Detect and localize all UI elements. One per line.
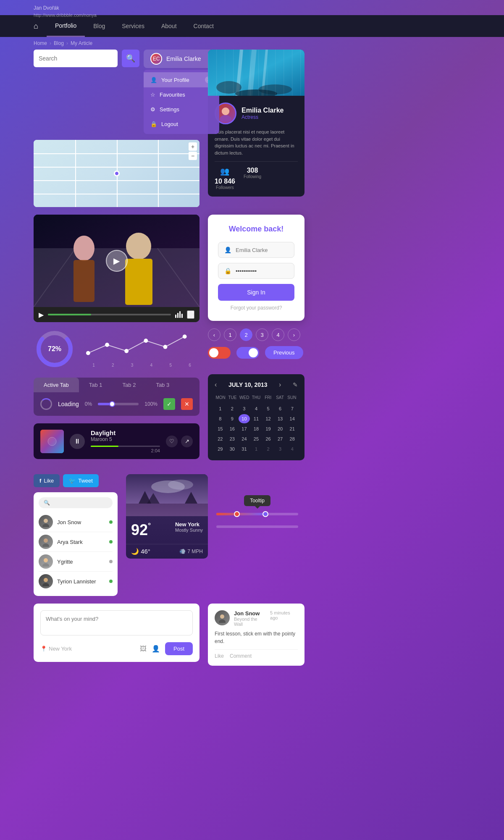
slider-2[interactable] [216,525,298,528]
cal-cell-5[interactable]: 6 [275,404,286,413]
toggle-on[interactable] [236,347,259,359]
music-heart-button[interactable]: ♡ [166,436,178,447]
cal-cell-0[interactable]: 1 [215,404,226,413]
cal-cell-28[interactable]: 29 [215,444,226,454]
cal-cell-11[interactable]: 12 [262,414,274,423]
cal-cell-24[interactable]: 25 [251,434,262,444]
username-input[interactable] [236,247,288,253]
forgot-password-link[interactable]: Forgot your password? [218,305,294,311]
cal-cell-23[interactable]: 24 [239,434,250,444]
slider-thumb-right[interactable] [262,511,268,517]
nav-about[interactable]: About [153,15,185,37]
page-btn-4[interactable]: 4 [272,328,284,341]
page-btn-3[interactable]: 3 [256,328,268,341]
music-progress-bar[interactable] [91,446,160,447]
previous-button[interactable]: Previous [265,346,303,359]
cal-cell-12[interactable]: 13 [275,414,286,423]
svg-point-4 [216,81,242,94]
cal-cell-27[interactable]: 28 [286,434,298,444]
cal-cell-26[interactable]: 27 [275,434,286,444]
cal-cell-9[interactable]: 10 [239,414,250,423]
slider-1[interactable] [216,513,298,515]
cal-cell-34[interactable]: 4 [286,444,298,454]
cal-cell-30[interactable]: 31 [239,444,250,454]
cal-cell-22[interactable]: 23 [227,434,238,444]
nav-services[interactable]: Services [113,15,153,37]
charts-row: 72% 1 2 3 [34,328,200,370]
fullscreen-button[interactable]: ⛶ [187,310,194,319]
music-share-button[interactable]: ↗ [181,436,193,447]
cal-cell-6[interactable]: 7 [286,404,298,413]
dropdown-logout[interactable]: 🔒 Logout [144,117,219,131]
search-button[interactable]: 🔍 [122,50,139,67]
post-button[interactable]: Post [165,642,193,655]
search-input[interactable] [39,55,113,62]
cal-cell-13[interactable]: 14 [286,414,298,423]
cal-cell-20[interactable]: 21 [286,424,298,433]
tab-1[interactable]: Tab 1 [79,378,113,392]
loading-bar[interactable] [98,403,139,405]
password-input[interactable] [236,268,288,274]
video-progress-bar[interactable] [48,314,171,315]
post-person-icon[interactable]: 👤 [152,645,160,653]
twitter-tweet-button[interactable]: 🐦 Tweet [63,474,99,487]
user-avatar-jon [39,515,53,529]
cal-cell-25[interactable]: 26 [262,434,274,444]
page-next-arrow[interactable]: › [288,328,300,341]
page-prev-arrow[interactable]: ‹ [208,328,220,341]
sign-in-button[interactable]: Sign In [218,284,294,301]
cal-cell-19[interactable]: 20 [275,424,286,433]
cal-cell-18[interactable]: 19 [262,424,274,433]
nav-contact[interactable]: Contact [185,15,222,37]
post-image-icon[interactable]: 🖼 [140,645,147,653]
cal-edit-button[interactable]: ✎ [293,381,298,388]
cal-cell-31[interactable]: 1 [251,444,262,454]
chart-point5 [163,345,168,349]
cal-cell-7[interactable]: 8 [215,414,226,423]
music-pause-button[interactable]: ⏸ [70,434,85,449]
dropdown-settings[interactable]: ⚙ Settings [144,102,219,117]
toggle-off[interactable] [208,347,231,359]
facebook-like-button[interactable]: f Like [34,474,60,487]
tab-3[interactable]: Tab 3 [146,378,179,392]
cal-cell-29[interactable]: 30 [227,444,238,454]
post-input[interactable] [40,610,193,635]
user-avatar-ygritte [39,554,53,569]
cal-cell-1[interactable]: 2 [227,404,238,413]
tab-active[interactable]: Active Tab [34,378,79,392]
cal-cell-17[interactable]: 18 [251,424,262,433]
cal-prev-button[interactable]: ‹ [215,381,217,388]
cal-cell-2[interactable]: 3 [239,404,250,413]
page-btn-2[interactable]: 2 [240,328,252,341]
cal-cell-21[interactable]: 22 [215,434,226,444]
cal-cell-4[interactable]: 5 [262,404,274,413]
cal-cell-3[interactable]: 4 [251,404,262,413]
cal-cell-15[interactable]: 16 [227,424,238,433]
video-play-button[interactable]: ▶ [106,250,128,272]
cal-next-button[interactable]: › [279,381,281,388]
cal-cell-33[interactable]: 3 [275,444,286,454]
slider-thumb-left[interactable] [234,511,240,517]
home-icon[interactable]: ⌂ [34,22,38,31]
cal-cell-8[interactable]: 9 [227,414,238,423]
tab-2[interactable]: Tab 2 [113,378,146,392]
comment-time: 5 minutes ago [270,610,298,620]
comment-like[interactable]: Like [215,653,224,659]
breadcrumb-home[interactable]: Home [34,40,47,46]
comment-reply[interactable]: Comment [230,653,252,659]
user-search-input[interactable] [52,500,108,506]
right-column: Welcome back! 👤 🔒 Sign In Forgot your pa… [208,215,304,460]
loading-check-button[interactable]: ✓ [163,398,175,410]
cal-cell-10[interactable]: 11 [251,414,262,423]
cal-cell-32[interactable]: 2 [262,444,274,454]
map-zoom-out[interactable]: − [189,152,197,160]
loading-cancel-button[interactable]: ✕ [181,398,193,410]
breadcrumb-blog[interactable]: Blog [54,40,64,46]
tab-content: Loading 0% 100% ✓ ✕ [34,392,200,416]
map-zoom-in[interactable]: + [189,142,197,151]
video-play-ctrl[interactable]: ▶ [39,311,44,319]
cal-cell-14[interactable]: 15 [215,424,226,433]
status-tyrion [109,580,113,583]
cal-cell-16[interactable]: 17 [239,424,250,433]
page-btn-1[interactable]: 1 [224,328,236,341]
